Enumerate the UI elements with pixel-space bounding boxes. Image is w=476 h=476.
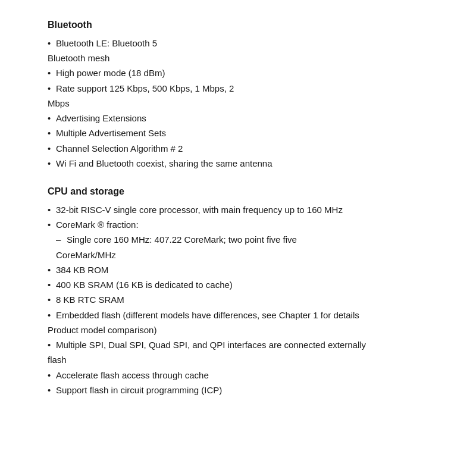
- item-text: Wi Fi and Bluetooth coexist, sharing the…: [56, 156, 428, 170]
- list-item: • Rate support 125 Kbps, 500 Kbps, 1 Mbp…: [48, 82, 428, 95]
- bullet-icon: •: [48, 126, 56, 140]
- item-text: 384 KB ROM: [56, 263, 428, 277]
- item-text: 8 KB RTC SRAM: [56, 293, 428, 306]
- list-item: • Embedded flash (different models have …: [48, 308, 428, 322]
- list-item: • High power mode (18 dBm): [48, 66, 428, 80]
- list-item: • Accelerate flash access through cache: [48, 368, 428, 382]
- list-item: • 8 KB RTC SRAM: [48, 293, 428, 306]
- item-text: Bluetooth LE: Bluetooth 5: [56, 36, 428, 50]
- list-item: • 400 KB SRAM (16 KB is dedicated to cac…: [48, 278, 428, 292]
- item-text: Multiple SPI, Dual SPI, Quad SPI, and QP…: [56, 338, 428, 352]
- list-item: • Support flash in circuit programming (…: [48, 383, 428, 397]
- list-item: • 32-bit RISC-V single core processor, w…: [48, 203, 428, 217]
- list-item: • 384 KB ROM: [48, 263, 428, 277]
- bluetooth-section: Bluetooth • Bluetooth LE: Bluetooth 5 Bl…: [48, 18, 428, 170]
- bullet-icon: •: [48, 278, 56, 292]
- list-item: • Channel Selection Algorithm # 2: [48, 142, 428, 155]
- item-text: Embedded flash (different models have di…: [56, 308, 428, 322]
- item-text: Multiple Advertisement Sets: [56, 126, 428, 140]
- sub-item-text: Single core 160 MHz: 407.22 CoreMark; tw…: [67, 233, 428, 246]
- bullet-icon: •: [48, 36, 56, 50]
- bullet-icon: •: [48, 383, 56, 397]
- item-text: Rate support 125 Kbps, 500 Kbps, 1 Mbps,…: [56, 82, 428, 95]
- item-text: 32-bit RISC-V single core processor, wit…: [56, 203, 428, 217]
- bullet-icon: •: [48, 203, 56, 217]
- list-item: • Multiple Advertisement Sets: [48, 126, 428, 140]
- bullet-icon: •: [48, 156, 56, 170]
- continuation-text: Product model comparison): [48, 323, 428, 337]
- bullet-icon: •: [48, 111, 56, 125]
- cpu-section: CPU and storage • 32-bit RISC-V single c…: [48, 184, 428, 397]
- list-item: • Multiple SPI, Dual SPI, Quad SPI, and …: [48, 338, 428, 352]
- bluetooth-title: Bluetooth: [48, 18, 428, 33]
- cpu-title: CPU and storage: [48, 184, 428, 199]
- bullet-icon: •: [48, 142, 56, 155]
- continuation-text: Bluetooth mesh: [48, 51, 428, 65]
- continuation-text: flash: [48, 353, 428, 367]
- continuation-text: CoreMark/MHz: [56, 248, 428, 262]
- list-item: • Wi Fi and Bluetooth coexist, sharing t…: [48, 156, 428, 170]
- list-item: • Bluetooth LE: Bluetooth 5: [48, 36, 428, 50]
- bullet-icon: •: [48, 263, 56, 277]
- item-text: Support flash in circuit programming (IC…: [56, 383, 428, 397]
- bullet-icon: •: [48, 308, 56, 322]
- list-item: • CoreMark ® fraction:: [48, 218, 428, 231]
- item-text: 400 KB SRAM (16 KB is dedicated to cache…: [56, 278, 428, 292]
- bullet-icon: •: [48, 293, 56, 306]
- bullet-icon: •: [48, 66, 56, 80]
- bullet-icon: •: [48, 368, 56, 382]
- item-text: Accelerate flash access through cache: [56, 368, 428, 382]
- bullet-icon: •: [48, 82, 56, 95]
- sub-list-item: – Single core 160 MHz: 407.22 CoreMark; …: [56, 233, 428, 246]
- item-text: Advertising Extensions: [56, 111, 428, 125]
- continuation-text: Mbps: [48, 96, 428, 110]
- item-text: High power mode (18 dBm): [56, 66, 428, 80]
- bullet-icon: •: [48, 338, 56, 352]
- item-text: CoreMark ® fraction:: [56, 218, 428, 231]
- item-text: Channel Selection Algorithm # 2: [56, 142, 428, 155]
- dash-icon: –: [56, 233, 67, 246]
- list-item: • Advertising Extensions: [48, 111, 428, 125]
- bullet-icon: •: [48, 218, 56, 231]
